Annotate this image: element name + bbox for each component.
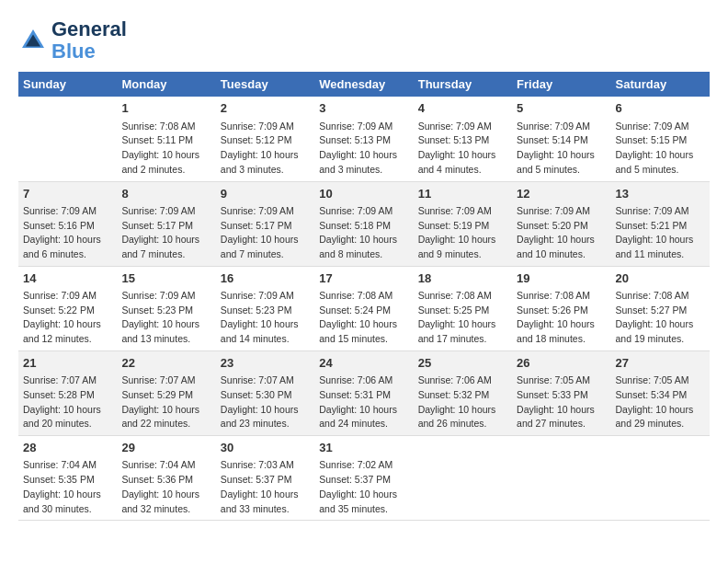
day-cell: 21Sunrise: 7:07 AMSunset: 5:28 PMDayligh… — [18, 350, 117, 435]
day-number: 23 — [221, 355, 310, 372]
header-cell-sunday: Sunday — [18, 72, 117, 97]
day-number: 12 — [517, 186, 606, 202]
day-info: Sunrise: 7:09 AMSunset: 5:13 PMDaylight:… — [319, 120, 408, 178]
calendar-table: SundayMondayTuesdayWednesdayThursdayFrid… — [18, 72, 710, 521]
day-cell: 19Sunrise: 7:08 AMSunset: 5:26 PMDayligh… — [512, 266, 610, 350]
day-cell: 14Sunrise: 7:09 AMSunset: 5:22 PMDayligh… — [18, 266, 117, 350]
day-info: Sunrise: 7:04 AMSunset: 5:35 PMDaylight:… — [23, 458, 112, 516]
day-cell: 26Sunrise: 7:05 AMSunset: 5:33 PMDayligh… — [512, 350, 610, 435]
day-info: Sunrise: 7:09 AMSunset: 5:20 PMDaylight:… — [517, 204, 606, 262]
day-cell: 24Sunrise: 7:06 AMSunset: 5:31 PMDayligh… — [314, 350, 413, 435]
day-number: 28 — [23, 440, 112, 456]
day-info: Sunrise: 7:09 AMSunset: 5:14 PMDaylight:… — [517, 120, 606, 178]
day-info: Sunrise: 7:07 AMSunset: 5:28 PMDaylight:… — [23, 373, 112, 431]
day-number: 2 — [221, 100, 310, 117]
day-number: 22 — [121, 355, 210, 372]
day-cell: 30Sunrise: 7:03 AMSunset: 5:37 PMDayligh… — [216, 436, 314, 521]
day-info: Sunrise: 7:09 AMSunset: 5:22 PMDaylight:… — [23, 289, 112, 347]
week-row-3: 14Sunrise: 7:09 AMSunset: 5:22 PMDayligh… — [18, 266, 710, 350]
day-info: Sunrise: 7:07 AMSunset: 5:30 PMDaylight:… — [221, 373, 310, 431]
day-info: Sunrise: 7:06 AMSunset: 5:32 PMDaylight:… — [418, 373, 507, 431]
day-info: Sunrise: 7:06 AMSunset: 5:31 PMDaylight:… — [319, 373, 408, 431]
day-info: Sunrise: 7:07 AMSunset: 5:29 PMDaylight:… — [121, 373, 210, 431]
logo-icon — [18, 26, 48, 55]
day-cell: 25Sunrise: 7:06 AMSunset: 5:32 PMDayligh… — [414, 350, 512, 435]
day-info: Sunrise: 7:09 AMSunset: 5:13 PMDaylight:… — [418, 120, 507, 178]
day-cell: 1Sunrise: 7:08 AMSunset: 5:11 PMDaylight… — [117, 97, 215, 181]
day-number: 30 — [221, 440, 310, 456]
day-number: 6 — [616, 100, 705, 117]
day-number: 24 — [319, 355, 408, 372]
day-number: 11 — [418, 186, 507, 202]
day-number: 14 — [23, 270, 112, 287]
day-info: Sunrise: 7:05 AMSunset: 5:33 PMDaylight:… — [517, 373, 606, 431]
day-cell — [414, 436, 512, 521]
day-cell: 23Sunrise: 7:07 AMSunset: 5:30 PMDayligh… — [216, 350, 314, 435]
day-info: Sunrise: 7:08 AMSunset: 5:11 PMDaylight:… — [121, 120, 210, 178]
week-row-5: 28Sunrise: 7:04 AMSunset: 5:35 PMDayligh… — [18, 436, 710, 521]
day-cell: 20Sunrise: 7:08 AMSunset: 5:27 PMDayligh… — [611, 266, 710, 350]
week-row-2: 7Sunrise: 7:09 AMSunset: 5:16 PMDaylight… — [18, 181, 710, 266]
day-cell: 29Sunrise: 7:04 AMSunset: 5:36 PMDayligh… — [117, 436, 215, 521]
day-info: Sunrise: 7:09 AMSunset: 5:21 PMDaylight:… — [616, 204, 705, 262]
day-info: Sunrise: 7:08 AMSunset: 5:25 PMDaylight:… — [418, 289, 507, 347]
day-cell: 4Sunrise: 7:09 AMSunset: 5:13 PMDaylight… — [414, 97, 512, 181]
day-info: Sunrise: 7:09 AMSunset: 5:17 PMDaylight:… — [221, 204, 310, 262]
day-info: Sunrise: 7:02 AMSunset: 5:37 PMDaylight:… — [319, 458, 408, 516]
day-number: 26 — [517, 355, 606, 372]
day-number: 16 — [221, 270, 310, 287]
day-cell: 15Sunrise: 7:09 AMSunset: 5:23 PMDayligh… — [117, 266, 215, 350]
header-cell-thursday: Thursday — [414, 72, 512, 97]
day-info: Sunrise: 7:08 AMSunset: 5:26 PMDaylight:… — [517, 289, 606, 347]
day-cell — [512, 436, 610, 521]
day-number: 5 — [517, 100, 606, 117]
week-row-4: 21Sunrise: 7:07 AMSunset: 5:28 PMDayligh… — [18, 350, 710, 435]
day-cell: 18Sunrise: 7:08 AMSunset: 5:25 PMDayligh… — [414, 266, 512, 350]
day-cell: 9Sunrise: 7:09 AMSunset: 5:17 PMDaylight… — [216, 181, 314, 266]
day-number: 29 — [121, 440, 210, 456]
day-number: 19 — [517, 270, 606, 287]
day-info: Sunrise: 7:03 AMSunset: 5:37 PMDaylight:… — [221, 458, 310, 516]
day-info: Sunrise: 7:05 AMSunset: 5:34 PMDaylight:… — [616, 373, 705, 431]
calendar-body: 1Sunrise: 7:08 AMSunset: 5:11 PMDaylight… — [18, 97, 710, 520]
day-number: 21 — [23, 355, 112, 372]
day-cell: 5Sunrise: 7:09 AMSunset: 5:14 PMDaylight… — [512, 97, 610, 181]
day-cell: 12Sunrise: 7:09 AMSunset: 5:20 PMDayligh… — [512, 181, 610, 266]
header-cell-monday: Monday — [117, 72, 215, 97]
header-cell-tuesday: Tuesday — [216, 72, 314, 97]
day-cell: 3Sunrise: 7:09 AMSunset: 5:13 PMDaylight… — [314, 97, 413, 181]
logo-text: General Blue — [51, 18, 127, 63]
day-info: Sunrise: 7:09 AMSunset: 5:19 PMDaylight:… — [418, 204, 507, 262]
day-info: Sunrise: 7:09 AMSunset: 5:23 PMDaylight:… — [121, 289, 210, 347]
day-info: Sunrise: 7:09 AMSunset: 5:16 PMDaylight:… — [23, 204, 112, 262]
day-info: Sunrise: 7:08 AMSunset: 5:27 PMDaylight:… — [616, 289, 705, 347]
day-cell — [18, 97, 117, 181]
day-number: 7 — [23, 186, 112, 202]
day-cell: 16Sunrise: 7:09 AMSunset: 5:23 PMDayligh… — [216, 266, 314, 350]
day-number: 27 — [616, 355, 705, 372]
day-cell: 22Sunrise: 7:07 AMSunset: 5:29 PMDayligh… — [117, 350, 215, 435]
calendar-header: SundayMondayTuesdayWednesdayThursdayFrid… — [18, 72, 710, 97]
day-info: Sunrise: 7:09 AMSunset: 5:12 PMDaylight:… — [221, 120, 310, 178]
day-number: 8 — [121, 186, 210, 202]
day-info: Sunrise: 7:04 AMSunset: 5:36 PMDaylight:… — [121, 458, 210, 516]
day-cell: 13Sunrise: 7:09 AMSunset: 5:21 PMDayligh… — [611, 181, 710, 266]
day-cell: 7Sunrise: 7:09 AMSunset: 5:16 PMDaylight… — [18, 181, 117, 266]
logo: General Blue — [18, 18, 127, 63]
day-cell: 8Sunrise: 7:09 AMSunset: 5:17 PMDaylight… — [117, 181, 215, 266]
header-cell-wednesday: Wednesday — [314, 72, 413, 97]
header-cell-saturday: Saturday — [611, 72, 710, 97]
day-number: 31 — [319, 440, 408, 456]
day-number: 18 — [418, 270, 507, 287]
day-cell — [611, 436, 710, 521]
day-number: 10 — [319, 186, 408, 202]
day-cell: 31Sunrise: 7:02 AMSunset: 5:37 PMDayligh… — [314, 436, 413, 521]
day-number: 4 — [418, 100, 507, 117]
day-number: 3 — [319, 100, 408, 117]
page-header: General Blue — [18, 18, 710, 63]
header-row: SundayMondayTuesdayWednesdayThursdayFrid… — [18, 72, 710, 97]
day-number: 15 — [121, 270, 210, 287]
day-cell: 10Sunrise: 7:09 AMSunset: 5:18 PMDayligh… — [314, 181, 413, 266]
day-number: 13 — [616, 186, 705, 202]
day-number: 17 — [319, 270, 408, 287]
